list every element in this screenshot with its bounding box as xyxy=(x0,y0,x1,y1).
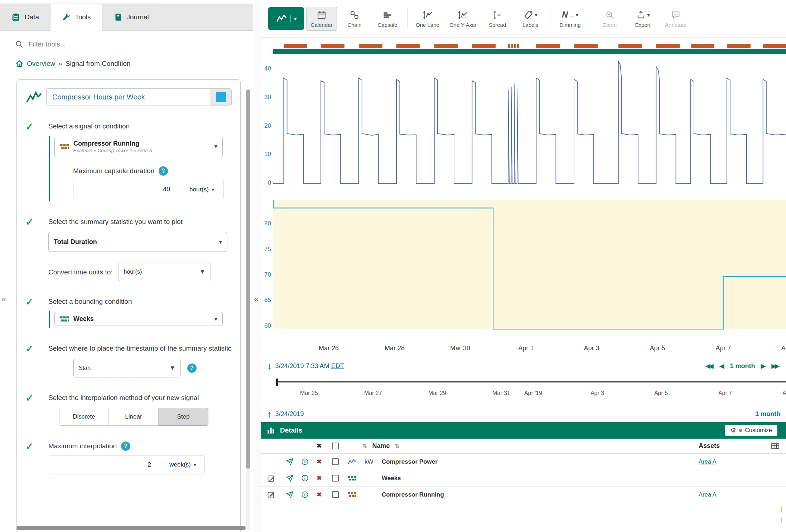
capsule-button[interactable]: Capsule xyxy=(372,7,403,31)
capsule-bar xyxy=(396,44,420,48)
dimming-button[interactable]: N...▾ Dimming xyxy=(555,7,585,31)
step-back-button[interactable]: ◀ xyxy=(719,362,724,370)
export-button[interactable]: ▾ Export xyxy=(627,7,658,31)
asset-link[interactable]: Area A xyxy=(699,458,717,465)
row-checkbox[interactable] xyxy=(332,475,339,482)
one-y-axis-button[interactable]: One Y-Axis xyxy=(445,7,480,31)
tab-data[interactable]: Data xyxy=(0,4,50,30)
statistic-label: Select the summary statistic you want to… xyxy=(48,217,232,226)
info-icon[interactable] xyxy=(301,458,309,466)
max-interp-input[interactable] xyxy=(50,455,157,474)
details-resize-handle[interactable]: ∥ xyxy=(780,517,783,523)
step-forward-fast-button[interactable]: ▶▶ xyxy=(771,362,780,370)
calendar-button[interactable]: Calendar xyxy=(306,7,337,31)
breadcrumb-overview-link[interactable]: Overview xyxy=(27,60,55,68)
row-name[interactable]: Compressor Power xyxy=(378,458,679,465)
sort-icon[interactable]: ⇅ xyxy=(362,443,367,449)
spread-button[interactable]: Spread xyxy=(482,7,513,31)
timeline-bar[interactable] xyxy=(277,381,786,382)
max-duration-unit: hour(s) xyxy=(189,186,209,193)
timeline-tick-label: Apr 7 xyxy=(709,390,741,396)
capsule-bar xyxy=(536,44,560,48)
remove-all-button[interactable]: ✖ xyxy=(312,442,327,450)
x-axis-tick-label: Apr 3 xyxy=(575,345,608,352)
sidebar-horizontal-scrollbar-thumb[interactable] xyxy=(16,526,246,530)
signal-lane[interactable] xyxy=(273,55,786,199)
max-duration-unit-select[interactable]: hour(s) ▾ xyxy=(176,180,223,199)
max-duration-input[interactable] xyxy=(73,180,176,199)
range-duration[interactable]: 1 month xyxy=(730,362,755,370)
table-row-weeks[interactable]: ✖ Weeks xyxy=(261,470,786,487)
send-icon[interactable] xyxy=(285,490,294,499)
chain-button[interactable]: Chain xyxy=(339,7,370,31)
sort-icon[interactable]: ⇅ xyxy=(395,443,399,449)
info-icon[interactable] xyxy=(301,474,309,482)
remove-item-button[interactable]: ✖ xyxy=(312,491,327,498)
annotate-button: Annotate xyxy=(660,7,691,31)
filter-tools-input[interactable] xyxy=(29,40,179,48)
export-icon xyxy=(636,10,646,20)
step-button[interactable]: Step xyxy=(159,408,208,426)
select-all-checkbox[interactable] xyxy=(332,443,339,449)
asset-link[interactable]: Area A xyxy=(699,491,717,498)
tab-tools[interactable]: Tools xyxy=(50,4,102,31)
max-interp-unit-select[interactable]: week(s) ▾ xyxy=(157,455,204,474)
search-icon xyxy=(15,40,24,49)
linear-button[interactable]: Linear xyxy=(109,408,159,426)
sidebar-scrollbar[interactable] xyxy=(246,89,250,529)
view-mode-dropdown[interactable]: ▾ xyxy=(268,7,304,30)
step-back-fast-button[interactable]: ◀◀ xyxy=(705,362,714,370)
convert-units-select[interactable]: hour(s) ▼ xyxy=(119,263,211,281)
display-range-start[interactable]: 3/24/2019 7:33 AM EDT xyxy=(275,362,344,370)
step-forward-button[interactable]: ▶ xyxy=(761,362,766,370)
help-icon[interactable]: ? xyxy=(159,166,168,176)
one-lane-button[interactable]: One Lane xyxy=(412,7,443,31)
help-icon[interactable]: ? xyxy=(187,363,197,373)
x-axis-tick-label: Mar 28 xyxy=(378,345,411,352)
collapse-panel-icon[interactable]: « xyxy=(1,294,6,304)
sidebar-scrollbar-thumb[interactable] xyxy=(246,89,250,469)
result-lane[interactable] xyxy=(273,200,786,341)
timestamp-select[interactable]: Start ▼ xyxy=(73,359,181,377)
row-name[interactable]: Weeks xyxy=(378,475,679,482)
labels-button[interactable]: ▾ Labels xyxy=(515,7,546,31)
row-checkbox[interactable] xyxy=(332,491,339,498)
info-icon[interactable] xyxy=(301,490,309,499)
row-checkbox[interactable] xyxy=(332,458,339,465)
discrete-button[interactable]: Discrete xyxy=(59,408,109,426)
edit-icon[interactable] xyxy=(267,490,275,499)
export-label: Export xyxy=(635,22,650,28)
signal-select[interactable]: Compressor Running Example » Cooling Tow… xyxy=(54,137,223,157)
details-resize-handle[interactable]: ∥ xyxy=(780,506,783,513)
home-icon[interactable] xyxy=(15,59,24,68)
capsule-bar xyxy=(656,44,680,48)
add-column-icon[interactable] xyxy=(771,442,780,450)
send-icon[interactable] xyxy=(285,458,294,466)
statistic-select[interactable]: Total Duration ▾ xyxy=(48,232,227,252)
panel-splitter[interactable]: « xyxy=(253,0,261,532)
color-picker-button[interactable] xyxy=(211,89,231,106)
help-icon[interactable]: ? xyxy=(121,441,130,451)
customize-button[interactable]: ⚙⚙ Customize xyxy=(725,425,777,436)
investigate-timeline[interactable]: Mar 25Mar 27Mar 29Mar 31Apr '19Apr 3Apr … xyxy=(261,374,786,406)
one-y-axis-label: One Y-Axis xyxy=(449,22,476,28)
trend-chart[interactable]: 4030201008075706560 Mar 26Mar 28Mar 30Ap… xyxy=(261,38,786,358)
send-icon[interactable] xyxy=(285,474,294,483)
toolbar-separator xyxy=(590,8,590,29)
table-row-compressor-running[interactable]: ✖ Compressor Running Area A xyxy=(261,487,786,503)
collapse-sidebar-icon[interactable]: « xyxy=(254,294,259,304)
investigate-range-start[interactable]: 3/24/2019 xyxy=(275,410,304,418)
name-column-header[interactable]: Name xyxy=(372,442,390,450)
timezone-link[interactable]: EDT xyxy=(331,362,344,370)
bounding-select[interactable]: Weeks ▾ xyxy=(54,312,223,326)
assets-column-header[interactable]: Assets xyxy=(679,442,765,450)
tool-name-input[interactable]: Compressor Hours per Week xyxy=(47,89,211,106)
remove-item-button[interactable]: ✖ xyxy=(312,474,327,482)
tab-journal[interactable]: Journal xyxy=(102,4,160,30)
chevron-down-icon: ▾ xyxy=(219,238,222,246)
table-row-compressor-power[interactable]: ✖ kW Compressor Power Area A xyxy=(261,454,786,470)
investigate-duration[interactable]: 1 month xyxy=(755,410,786,418)
remove-item-button[interactable]: ✖ xyxy=(312,458,327,465)
edit-icon[interactable] xyxy=(267,474,275,483)
row-name[interactable]: Compressor Running xyxy=(378,491,679,498)
